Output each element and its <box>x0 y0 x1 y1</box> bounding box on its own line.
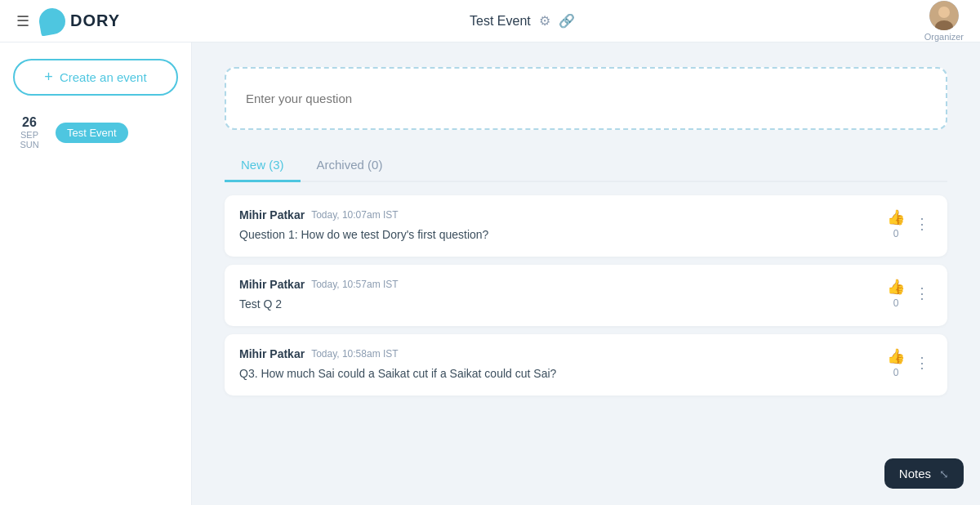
settings-icon[interactable]: ⚙ <box>539 13 550 29</box>
question-time: Today, 10:58am IST <box>311 348 399 360</box>
header: ☰ DORY Test Event ⚙ 🔗 Organizer <box>0 0 980 42</box>
event-date-row: 26 SEP SUN Test Event <box>13 115 178 150</box>
notes-label: Notes <box>899 467 931 480</box>
question-card-body: Mihir Patkar Today, 10:57am IST Test Q 2 <box>239 278 874 313</box>
question-input[interactable] <box>226 69 946 128</box>
question-time: Today, 10:07am IST <box>311 209 399 221</box>
question-meta: Mihir Patkar Today, 10:58am IST <box>239 347 874 360</box>
question-text: Test Q 2 <box>239 296 874 313</box>
like-button[interactable]: 👍 0 <box>887 208 905 239</box>
question-card: Mihir Patkar Today, 10:07am IST Question… <box>225 195 947 257</box>
notes-button[interactable]: Notes ⤡ <box>884 458 964 489</box>
logo-text: DORY <box>70 11 120 30</box>
question-meta: Mihir Patkar Today, 10:57am IST <box>239 278 874 291</box>
question-actions: 👍 0 ⋮ <box>887 347 933 378</box>
logo: DORY <box>39 8 120 34</box>
question-actions: 👍 0 ⋮ <box>887 208 933 239</box>
create-event-label: Create an event <box>60 70 147 84</box>
question-card-body: Mihir Patkar Today, 10:58am IST Q3. How … <box>239 347 874 382</box>
like-count: 0 <box>893 228 899 239</box>
question-time: Today, 10:57am IST <box>311 279 399 290</box>
question-actions: 👍 0 ⋮ <box>887 278 933 309</box>
question-author: Mihir Patkar <box>239 347 305 360</box>
question-card: Mihir Patkar Today, 10:57am IST Test Q 2… <box>225 265 947 326</box>
organizer-label: Organizer <box>924 32 964 42</box>
more-options-button[interactable]: ⋮ <box>911 352 933 373</box>
event-chip[interactable]: Test Event <box>56 123 128 143</box>
questions-list: Mihir Patkar Today, 10:07am IST Question… <box>225 195 947 396</box>
question-card-body: Mihir Patkar Today, 10:07am IST Question… <box>239 208 874 244</box>
expand-icon: ⤡ <box>939 467 949 480</box>
more-options-button[interactable]: ⋮ <box>911 283 933 304</box>
sidebar: + Create an event 26 SEP SUN Test Event <box>0 42 192 505</box>
link-icon[interactable]: 🔗 <box>559 13 575 29</box>
header-left: ☰ DORY <box>16 8 120 34</box>
like-count: 0 <box>893 367 899 378</box>
event-date: 26 SEP SUN <box>13 115 46 150</box>
content-area: New (3) Archived (0) Mihir Patkar Today,… <box>192 42 980 505</box>
event-date-month: SEP <box>20 130 38 140</box>
avatar[interactable] <box>929 1 959 30</box>
header-title: Test Event <box>470 14 531 29</box>
like-button[interactable]: 👍 0 <box>887 347 905 378</box>
header-center: Test Event ⚙ 🔗 <box>470 13 575 29</box>
question-text: Question 1: How do we test Dory's first … <box>239 226 874 244</box>
question-card: Mihir Patkar Today, 10:58am IST Q3. How … <box>225 334 947 396</box>
create-event-button[interactable]: + Create an event <box>13 59 178 96</box>
logo-bubble-icon <box>37 6 67 36</box>
question-meta: Mihir Patkar Today, 10:07am IST <box>239 208 874 221</box>
main-layout: + Create an event 26 SEP SUN Test Event … <box>0 42 980 505</box>
plus-icon: + <box>44 69 53 86</box>
tab-archived[interactable]: Archived (0) <box>301 150 399 182</box>
header-right: Organizer <box>924 1 964 42</box>
question-author: Mihir Patkar <box>239 278 305 291</box>
hamburger-icon[interactable]: ☰ <box>16 12 29 30</box>
tab-new[interactable]: New (3) <box>225 150 301 182</box>
question-author: Mihir Patkar <box>239 208 305 221</box>
like-button[interactable]: 👍 0 <box>887 278 905 309</box>
event-date-day: 26 <box>22 115 37 130</box>
thumbs-up-icon: 👍 <box>887 347 905 365</box>
thumbs-up-icon: 👍 <box>887 278 905 296</box>
event-date-weekday: SUN <box>20 140 38 150</box>
question-text: Q3. How much Sai could a Saikat cut if a… <box>239 365 874 382</box>
tabs: New (3) Archived (0) <box>225 150 947 182</box>
like-count: 0 <box>893 297 899 309</box>
thumbs-up-icon: 👍 <box>887 208 905 226</box>
question-input-box <box>225 67 947 130</box>
more-options-button[interactable]: ⋮ <box>911 213 933 235</box>
svg-point-1 <box>938 7 950 18</box>
